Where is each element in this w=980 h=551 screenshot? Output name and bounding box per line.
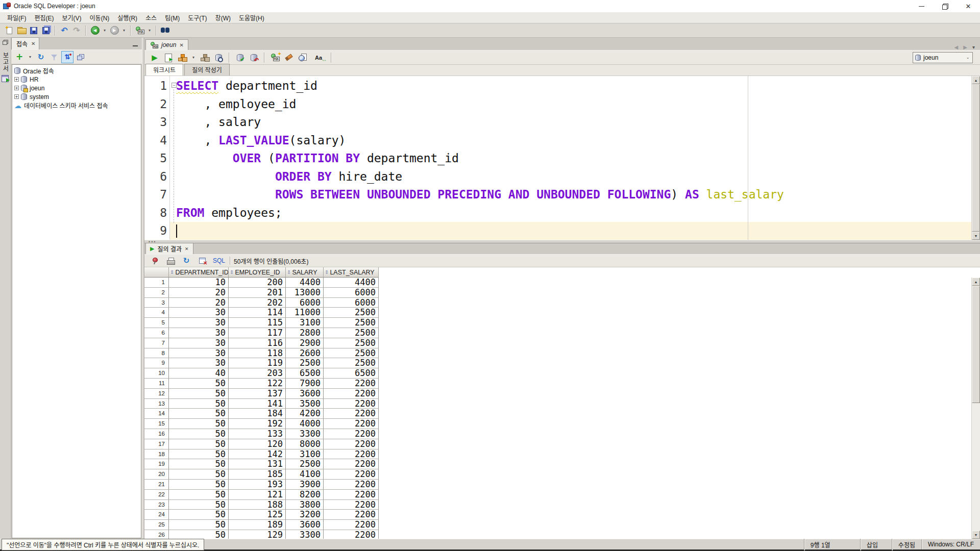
forward-button[interactable]: ▶ (108, 24, 120, 37)
close-button[interactable]: ✕ (957, 0, 980, 12)
table-cell[interactable]: 2200 (324, 469, 379, 480)
open-file-button[interactable] (15, 24, 28, 37)
table-cell[interactable]: 2200 (324, 459, 379, 469)
table-cell[interactable]: 7900 (286, 379, 324, 389)
table-cell[interactable]: 30 (169, 358, 229, 368)
table-row[interactable]: 63011728002500 (144, 328, 971, 338)
table-cell[interactable]: 50 (169, 399, 229, 409)
column-header[interactable]: ⇕SALARY (286, 267, 324, 278)
table-cell[interactable]: 193 (229, 480, 286, 490)
tree-item[interactable]: +system (12, 92, 141, 101)
table-cell[interactable]: 50 (169, 520, 229, 530)
table-cell[interactable]: 6500 (324, 368, 379, 379)
table-cell[interactable]: 4400 (324, 278, 379, 288)
table-cell[interactable]: 4100 (286, 469, 324, 480)
table-cell[interactable]: 2500 (324, 328, 379, 338)
table-cell[interactable]: 4200 (286, 409, 324, 419)
table-cell[interactable]: 30 (169, 308, 229, 318)
table-row[interactable]: 165013333002200 (144, 429, 971, 439)
table-cell[interactable]: 50 (169, 490, 229, 500)
table-cell[interactable]: 2500 (286, 358, 324, 368)
table-cell[interactable]: 3600 (286, 389, 324, 399)
table-cell[interactable]: 2600 (286, 348, 324, 359)
explain-plan-dropdown[interactable]: ▾ (190, 52, 197, 64)
menu-item[interactable]: 실행(R) (113, 12, 141, 23)
table-cell[interactable]: 142 (229, 449, 286, 460)
table-cell[interactable]: 2200 (324, 449, 379, 460)
table-cell[interactable]: 203 (229, 368, 286, 379)
table-row[interactable]: 205018541002200 (144, 469, 971, 480)
table-cell[interactable]: 2200 (324, 379, 379, 389)
table-cell[interactable]: 2200 (324, 500, 379, 510)
table-cell[interactable]: 184 (229, 409, 286, 419)
table-cell[interactable]: 200 (229, 278, 286, 288)
table-cell[interactable]: 116 (229, 338, 286, 348)
table-cell[interactable]: 50 (169, 409, 229, 419)
sql-editor[interactable]: 123456789 − SELECT department_id , emplo… (144, 76, 980, 240)
pin-results-button[interactable] (149, 255, 161, 267)
run-script-button[interactable] (162, 52, 175, 64)
back-button[interactable]: ◀ (89, 24, 101, 37)
table-cell[interactable]: 133 (229, 429, 286, 439)
connections-tab[interactable]: 접속 ✕ (11, 37, 39, 49)
expand-icon[interactable]: + (14, 77, 19, 82)
refresh-connections-button[interactable]: ↻ (35, 51, 47, 63)
table-row[interactable]: 53011531002500 (144, 318, 971, 328)
table-cell[interactable]: 115 (229, 318, 286, 328)
table-cell[interactable]: 50 (169, 389, 229, 399)
table-cell[interactable]: 2200 (324, 490, 379, 500)
table-cell[interactable]: 2500 (324, 358, 379, 368)
restore-button[interactable] (933, 0, 957, 12)
new-connection-button[interactable]: + (13, 51, 26, 63)
table-row[interactable]: 73011629002500 (144, 338, 971, 348)
table-cell[interactable]: 50 (169, 429, 229, 439)
tree-item[interactable]: +joeun (12, 84, 141, 92)
table-cell[interactable]: 10 (169, 278, 229, 288)
column-header[interactable]: ⇕DEPARTMENT_ID (169, 267, 229, 278)
table-cell[interactable]: 137 (229, 389, 286, 399)
table-cell[interactable]: 6000 (324, 288, 379, 298)
show-sql-button[interactable]: SQL (212, 257, 226, 265)
table-cell[interactable]: 201 (229, 288, 286, 298)
table-cell[interactable]: 50 (169, 500, 229, 510)
column-header[interactable]: ⇕EMPLOYEE_ID (229, 267, 286, 278)
table-row[interactable]: 155019240002200 (144, 419, 971, 429)
collapse-all-button[interactable] (75, 51, 87, 63)
close-icon[interactable]: ✕ (185, 246, 189, 252)
table-cell[interactable]: 6500 (286, 368, 324, 379)
menu-item[interactable]: 보기(V) (58, 12, 85, 23)
table-cell[interactable]: 3300 (286, 429, 324, 439)
sort-button[interactable]: ⇅ (61, 51, 74, 63)
table-row[interactable]: 430114110002500 (144, 308, 971, 318)
table-cell[interactable]: 121 (229, 490, 286, 500)
open-sql-worksheet-button[interactable]: SQL (134, 24, 146, 37)
restore-pane-icon[interactable] (3, 40, 8, 45)
table-cell[interactable]: 131 (229, 459, 286, 469)
table-row[interactable]: 175012080002200 (144, 439, 971, 449)
table-cell[interactable]: 3300 (286, 530, 324, 539)
tree-item[interactable]: +HR (12, 75, 141, 84)
menu-item[interactable]: 소스 (141, 12, 161, 23)
horizontal-splitter[interactable]: ••• (144, 240, 980, 243)
table-cell[interactable]: 11000 (286, 308, 324, 318)
explain-plan-button[interactable] (176, 52, 188, 64)
tab-scroll-left-icon[interactable]: ◀ (954, 44, 959, 50)
table-cell[interactable]: 2500 (324, 318, 379, 328)
table-cell[interactable]: 8200 (286, 490, 324, 500)
table-row[interactable]: 135014135002200 (144, 399, 971, 409)
table-row[interactable]: 115012279002200 (144, 379, 971, 389)
table-cell[interactable]: 30 (169, 318, 229, 328)
table-cell[interactable]: 3200 (286, 510, 324, 520)
table-row[interactable]: 83011826002500 (144, 348, 971, 359)
table-cell[interactable]: 120 (229, 439, 286, 449)
table-cell[interactable]: 4000 (286, 419, 324, 429)
close-icon[interactable]: ✕ (179, 42, 183, 48)
table-cell[interactable]: 125 (229, 510, 286, 520)
table-cell[interactable]: 2200 (324, 429, 379, 439)
refresh-results-button[interactable]: ↻ (180, 255, 192, 267)
editor-scrollbar[interactable]: ▲ ▼ (971, 76, 980, 240)
scroll-down-icon[interactable]: ▼ (972, 531, 980, 539)
scroll-up-icon[interactable]: ▲ (972, 278, 980, 286)
table-cell[interactable]: 117 (229, 328, 286, 338)
rollback-button[interactable] (248, 52, 260, 64)
